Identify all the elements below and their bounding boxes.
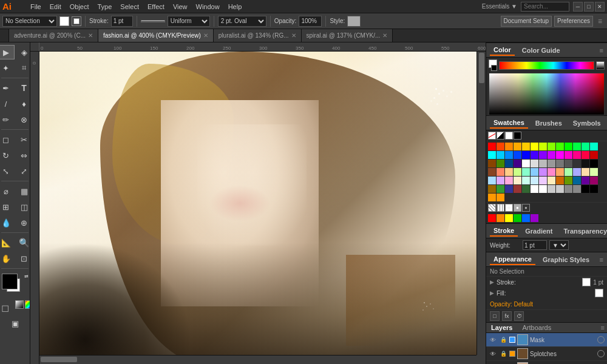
menu-file[interactable]: File bbox=[27, 2, 45, 12]
stroke-weight-field[interactable] bbox=[523, 240, 547, 250]
canvas-main[interactable] bbox=[39, 52, 486, 364]
selection-dropdown[interactable]: No Selection bbox=[2, 16, 57, 27]
layer-circle-mask[interactable] bbox=[597, 336, 605, 343]
pen-tool[interactable]: ✒ bbox=[0, 81, 15, 95]
warp-tool[interactable]: ⌀ bbox=[0, 184, 15, 198]
fill-swatch[interactable] bbox=[59, 16, 69, 26]
lasso-tool[interactable]: ⌗ bbox=[16, 61, 31, 75]
selection-tool[interactable]: ▶ bbox=[0, 45, 15, 59]
swatch-71[interactable] bbox=[539, 185, 547, 193]
swatch-39[interactable] bbox=[488, 168, 496, 176]
brush-dropdown[interactable]: 2 pt. Oval bbox=[218, 16, 266, 27]
swatch-54[interactable] bbox=[505, 177, 513, 184]
graph-tool[interactable]: ▦ bbox=[16, 184, 31, 198]
fill-expand-icon[interactable]: ▶ bbox=[490, 290, 494, 296]
scrollbar-horizontal[interactable] bbox=[39, 355, 476, 364]
purple-swatch[interactable] bbox=[531, 214, 538, 222]
close-button[interactable]: ✕ bbox=[595, 2, 605, 12]
swatch-16[interactable] bbox=[514, 151, 521, 159]
swatch-37[interactable] bbox=[582, 160, 589, 167]
swatch-32[interactable] bbox=[539, 160, 547, 167]
type-tool[interactable]: T bbox=[16, 81, 31, 95]
tab-fashion[interactable]: fashion.ai @ 400% (CMYK/Preview) ✕ bbox=[98, 29, 214, 42]
swatch-61[interactable] bbox=[565, 177, 572, 184]
swatch-60[interactable] bbox=[556, 177, 564, 184]
layer-visibility-splotches[interactable]: 👁 bbox=[489, 349, 497, 358]
stroke-style-preview[interactable] bbox=[141, 20, 165, 22]
swatch-48[interactable] bbox=[565, 168, 572, 176]
scissor-tool[interactable]: ✂ bbox=[16, 132, 31, 147]
scroll-thumb-vertical[interactable] bbox=[479, 53, 484, 83]
appearance-collapse[interactable]: ≡ bbox=[600, 256, 603, 263]
black-swatch[interactable] bbox=[514, 132, 521, 140]
swatch-45[interactable] bbox=[539, 168, 547, 176]
swatch-76[interactable] bbox=[582, 185, 589, 193]
none-fill-btn[interactable]: ◻ bbox=[0, 300, 14, 315]
gradient-tool[interactable]: ◫ bbox=[16, 200, 31, 214]
swatch-47[interactable] bbox=[556, 168, 564, 176]
search-input[interactable] bbox=[521, 2, 569, 12]
graphic-styles-tab[interactable]: Graphic Styles bbox=[539, 255, 593, 265]
stroke-tab[interactable]: Stroke bbox=[490, 226, 518, 237]
scroll-thumb-horizontal[interactable] bbox=[41, 357, 77, 362]
swatch-30[interactable] bbox=[522, 160, 530, 167]
brushes-tab[interactable]: Brushes bbox=[532, 118, 566, 128]
swatch-34[interactable] bbox=[556, 160, 564, 167]
white-swatch[interactable] bbox=[505, 132, 513, 140]
swatch-43[interactable] bbox=[522, 168, 530, 176]
orange-swatch[interactable] bbox=[497, 214, 504, 222]
hand-tool[interactable]: ✋ bbox=[0, 251, 15, 266]
swatch-73[interactable] bbox=[556, 185, 564, 193]
swatch-28[interactable] bbox=[505, 160, 513, 167]
print-tiling-tool[interactable]: ⊡ bbox=[16, 251, 31, 266]
swatch-5[interactable] bbox=[531, 143, 538, 150]
swatch-0[interactable] bbox=[488, 143, 496, 150]
stroke-weight-input[interactable] bbox=[111, 16, 133, 27]
tab-adventure[interactable]: adventure.ai @ 200% (C... ✕ bbox=[9, 29, 98, 42]
menu-window[interactable]: Window bbox=[192, 2, 223, 12]
layer-row-mask[interactable]: 👁 🔒 Mask bbox=[486, 333, 607, 347]
layer-lock-splotches[interactable]: 🔒 bbox=[499, 349, 507, 358]
swatch-29[interactable] bbox=[514, 160, 521, 167]
grayscale-bar[interactable] bbox=[596, 61, 605, 70]
magic-wand-tool[interactable]: ✦ bbox=[0, 61, 15, 75]
mesh-tool[interactable]: ⊞ bbox=[0, 200, 15, 214]
color-gradient-area[interactable] bbox=[489, 73, 605, 115]
color-panel-collapse[interactable]: ≡ bbox=[600, 47, 603, 54]
layer-visibility-mask[interactable]: 👁 bbox=[489, 335, 497, 344]
pattern-swatch-1[interactable] bbox=[488, 204, 496, 212]
swatch-12[interactable] bbox=[590, 143, 598, 150]
gradient-tab[interactable]: Gradient bbox=[521, 226, 556, 236]
swatch-51[interactable] bbox=[590, 168, 598, 176]
tab-close-adventure[interactable]: ✕ bbox=[88, 32, 93, 39]
color-guide-tab[interactable]: Color Guide bbox=[518, 46, 564, 55]
tab-spiral[interactable]: spiral.ai @ 137% (CMYK/... ✕ bbox=[302, 29, 393, 42]
none-swatch[interactable] bbox=[488, 132, 496, 140]
swatch-13[interactable] bbox=[488, 151, 496, 159]
swatch-69[interactable] bbox=[522, 185, 530, 193]
line-tool[interactable]: / bbox=[0, 96, 15, 111]
swatch-70[interactable] bbox=[531, 185, 538, 193]
swatch-8[interactable] bbox=[556, 143, 564, 150]
swatch-38[interactable] bbox=[590, 160, 598, 167]
swatch-40[interactable] bbox=[497, 168, 504, 176]
tab-close-spiral[interactable]: ✕ bbox=[382, 32, 387, 39]
swatch-50[interactable] bbox=[582, 168, 589, 176]
swatch-53[interactable] bbox=[497, 177, 504, 184]
fill-color-swatch[interactable] bbox=[595, 289, 603, 297]
transparency-tab[interactable]: Transparency bbox=[560, 226, 607, 236]
reflect-tool[interactable]: ⇔ bbox=[16, 148, 31, 163]
foreground-color-swatch[interactable] bbox=[2, 274, 18, 289]
swatch-15[interactable] bbox=[505, 151, 513, 159]
swatch-22[interactable] bbox=[565, 151, 572, 159]
paintbrush-tool[interactable]: ♦ bbox=[16, 96, 31, 111]
swatch-58[interactable] bbox=[539, 177, 547, 184]
scrollbar-vertical[interactable] bbox=[476, 52, 486, 355]
layer-row-painted[interactable]: 👁 🔒 Painted bbox=[486, 361, 607, 364]
artboards-tab[interactable]: Artboards bbox=[517, 323, 556, 332]
red-swatch[interactable] bbox=[488, 214, 496, 222]
swatch-41[interactable] bbox=[505, 168, 513, 176]
swatch-33[interactable] bbox=[548, 160, 555, 167]
appear-toolbar-box[interactable]: □ bbox=[490, 311, 500, 321]
layers-tab[interactable]: Layers bbox=[486, 323, 517, 332]
